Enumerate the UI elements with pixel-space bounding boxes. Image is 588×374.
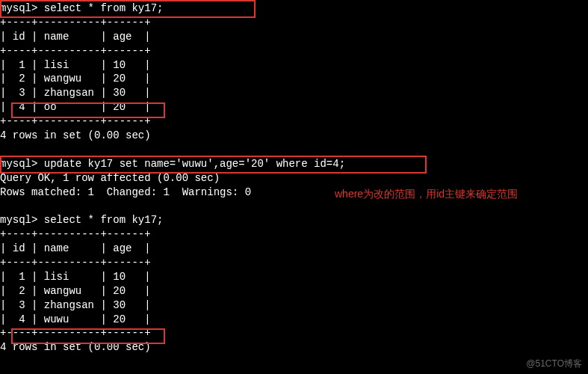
table-footer: 4 rows in set (0.00 sec) xyxy=(0,129,588,143)
mysql-prompt: mysql> xyxy=(0,2,44,14)
table-row: | 4 | wuwu | 20 | xyxy=(0,313,588,327)
table-border: +----+----------+------+ xyxy=(0,44,588,58)
table-border: +----+----------+------+ xyxy=(0,16,588,30)
table-border: +----+----------+------+ xyxy=(0,227,588,242)
table-row: | 2 | wangwu | 20 | xyxy=(0,72,588,86)
sql-query-line: mysql> update ky17 set name='wuwu',age='… xyxy=(0,157,588,171)
table-border: +----+----------+------+ xyxy=(0,326,588,340)
table-border: +----+----------+------+ xyxy=(0,114,588,129)
sql-select-1: select * from ky17; xyxy=(44,2,164,14)
table-row: | 4 | oo | 20 | xyxy=(0,100,588,114)
table-header: | id | name | age | xyxy=(0,242,588,256)
table-footer: 4 rows in set (0.00 sec) xyxy=(0,340,588,355)
blank-line xyxy=(0,143,588,157)
watermark: @51CTO博客 xyxy=(526,358,582,370)
mysql-prompt: mysql> xyxy=(0,158,44,170)
table-row: | 1 | lisi | 10 | xyxy=(0,270,588,284)
table-header: | id | name | age | xyxy=(0,30,588,44)
sql-update: update ky17 set name='wuwu',age='20' whe… xyxy=(44,158,345,170)
sql-query-line: mysql> select * from ky17; xyxy=(0,213,588,227)
blank-line xyxy=(0,199,588,213)
sql-select-2: select * from ky17; xyxy=(44,214,164,226)
mysql-prompt: mysql> xyxy=(0,214,44,226)
annotation-text: where为改的范围，用id主键来确定范围 xyxy=(335,187,518,201)
sql-query-line: mysql> select * from ky17; xyxy=(0,1,588,16)
table-border: +----+----------+------+ xyxy=(0,256,588,270)
table-row: | 1 | lisi | 10 | xyxy=(0,58,588,73)
table-row: | 2 | wangwu | 20 | xyxy=(0,284,588,298)
table-row: | 3 | zhangsan | 30 | xyxy=(0,86,588,100)
table-row: | 3 | zhangsan | 30 | xyxy=(0,298,588,313)
terminal-output: mysql> select * from ky17; +----+-------… xyxy=(0,1,588,355)
update-result-1: Query OK, 1 row affected (0.00 sec) xyxy=(0,171,588,186)
